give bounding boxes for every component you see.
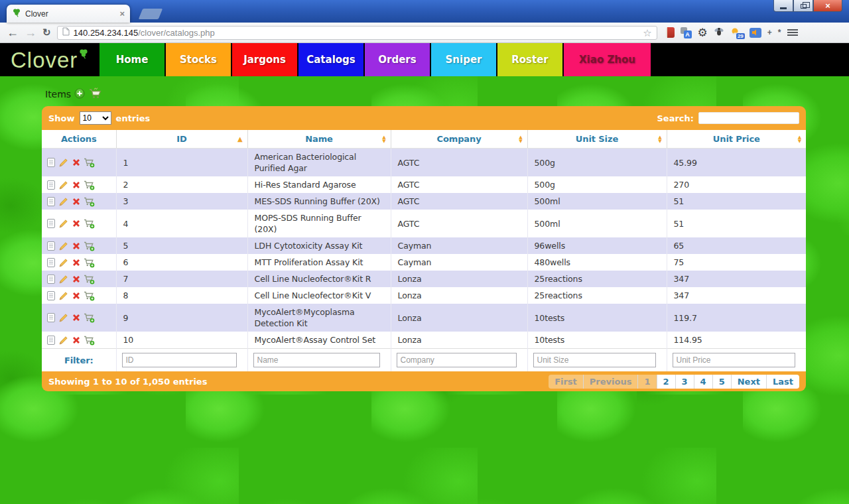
edit-icon[interactable]	[58, 157, 70, 168]
edit-icon[interactable]	[58, 312, 70, 323]
view-document-icon[interactable]	[46, 218, 57, 229]
nav-item-xiao-zhou[interactable]: Xiao Zhou	[564, 43, 651, 76]
search-label: Search:	[657, 113, 694, 123]
nav-item-catalogs[interactable]: Catalogs	[298, 43, 363, 76]
delete-icon[interactable]	[71, 157, 82, 168]
add-to-cart-icon[interactable]	[84, 241, 95, 251]
nav-item-jargons[interactable]: Jargons	[232, 43, 297, 76]
delete-icon[interactable]	[71, 218, 82, 229]
edit-icon[interactable]	[58, 218, 70, 229]
nav-item-sniper[interactable]: Sniper	[431, 43, 496, 76]
delete-icon[interactable]	[71, 274, 82, 284]
add-item-icon[interactable]	[74, 88, 85, 101]
delete-icon[interactable]	[71, 257, 82, 268]
cell-id: 6	[116, 254, 247, 271]
filter-input-unit-size[interactable]	[533, 353, 656, 367]
edit-icon[interactable]	[58, 335, 70, 346]
add-to-cart-icon[interactable]	[84, 257, 95, 268]
nav-item-home[interactable]: Home	[99, 43, 164, 76]
search-input[interactable]	[698, 112, 799, 124]
tab-close-icon[interactable]: ×	[119, 9, 125, 19]
nav-item-roster[interactable]: Roster	[497, 43, 562, 76]
page-button-2[interactable]: 2	[657, 375, 676, 389]
speaker-extension-icon[interactable]	[750, 28, 761, 38]
column-header-unit-size[interactable]: Unit Size▲▼	[527, 130, 667, 149]
edit-icon[interactable]	[58, 196, 70, 207]
delete-icon[interactable]	[71, 241, 82, 251]
filter-input-name[interactable]	[253, 353, 380, 367]
edit-icon[interactable]	[58, 257, 70, 268]
forward-button[interactable]: →	[25, 27, 36, 38]
add-to-cart-icon[interactable]	[84, 335, 95, 346]
add-to-cart-icon[interactable]	[84, 290, 95, 301]
address-bar[interactable]: 140.254.234.145/clover/catalogs.php ☆	[57, 26, 657, 40]
column-header-unit-price[interactable]: Unit Price▲▼	[667, 130, 806, 149]
clover-logo[interactable]: Clover	[0, 43, 99, 76]
column-label: Actions	[61, 134, 97, 144]
fly-extension-icon[interactable]	[714, 27, 724, 39]
delete-icon[interactable]	[71, 335, 82, 346]
page-button-1[interactable]: 1	[638, 375, 657, 389]
delete-icon[interactable]	[71, 180, 82, 190]
view-document-icon[interactable]	[46, 312, 57, 323]
view-document-icon[interactable]	[46, 274, 57, 284]
view-document-icon[interactable]	[46, 157, 57, 168]
add-to-cart-icon[interactable]	[84, 196, 95, 207]
column-header-company[interactable]: Company▲▼	[391, 130, 527, 149]
page-button-4[interactable]: 4	[694, 375, 713, 389]
column-header-name[interactable]: Name▲▼	[247, 130, 391, 149]
window-close-button[interactable]: ×	[813, 0, 842, 12]
cell-company: Cayman	[391, 254, 527, 271]
page-button-3[interactable]: 3	[676, 375, 694, 389]
edit-icon[interactable]	[58, 180, 70, 190]
page-button-5[interactable]: 5	[713, 375, 732, 389]
view-document-icon[interactable]	[46, 257, 57, 268]
book-extension-icon[interactable]	[666, 27, 675, 38]
translate-extension-icon[interactable]: A	[681, 27, 692, 38]
view-document-icon[interactable]	[46, 180, 57, 190]
cell-id: 9	[116, 304, 247, 332]
add-to-cart-icon[interactable]	[84, 157, 95, 168]
add-to-cart-icon[interactable]	[84, 312, 95, 323]
delete-icon[interactable]	[71, 312, 82, 323]
add-to-cart-icon[interactable]	[84, 274, 95, 284]
nav-item-stocks[interactable]: Stocks	[166, 43, 231, 76]
small-extension-icon-2[interactable]: *	[778, 29, 781, 36]
cart-icon[interactable]	[88, 88, 103, 101]
filter-input-unit-price[interactable]	[673, 353, 796, 367]
menu-icon[interactable]	[787, 29, 798, 36]
small-extension-icon[interactable]: +	[767, 29, 772, 36]
cell-company: Lonza	[391, 332, 527, 349]
reload-button[interactable]: ↻	[42, 27, 51, 38]
show-label: Show	[48, 113, 75, 123]
delete-icon[interactable]	[71, 196, 82, 207]
window-restore-button[interactable]	[793, 0, 813, 12]
cell-unit-price: 75	[667, 254, 806, 271]
new-tab-button[interactable]	[139, 9, 163, 19]
add-to-cart-icon[interactable]	[84, 218, 95, 229]
filter-input-company[interactable]	[397, 353, 517, 367]
weather-extension-icon[interactable]: 29	[730, 27, 744, 38]
nav-item-orders[interactable]: Orders	[365, 43, 430, 76]
edit-icon[interactable]	[58, 274, 70, 284]
view-document-icon[interactable]	[46, 196, 57, 207]
window-minimize-button[interactable]	[773, 0, 793, 12]
edit-icon[interactable]	[58, 290, 70, 301]
page-size-select[interactable]: 10	[80, 111, 111, 125]
view-document-icon[interactable]	[46, 241, 57, 251]
filter-row: Filter:	[42, 349, 806, 372]
bookmark-star-icon[interactable]: ☆	[643, 28, 651, 38]
page-button-last[interactable]: Last	[767, 375, 799, 389]
delete-icon[interactable]	[71, 290, 82, 301]
back-button[interactable]: ←	[7, 27, 19, 38]
add-to-cart-icon[interactable]	[84, 180, 95, 190]
browser-tab[interactable]: Clover ×	[7, 5, 130, 23]
view-document-icon[interactable]	[46, 335, 57, 346]
page-button-next[interactable]: Next	[732, 375, 767, 389]
filter-input-id[interactable]	[122, 353, 237, 367]
gear-extension-icon[interactable]: ⚙	[698, 27, 708, 38]
cell-actions	[42, 271, 116, 287]
view-document-icon[interactable]	[46, 290, 57, 301]
edit-icon[interactable]	[58, 241, 70, 251]
column-header-id[interactable]: ID▲	[116, 130, 247, 149]
